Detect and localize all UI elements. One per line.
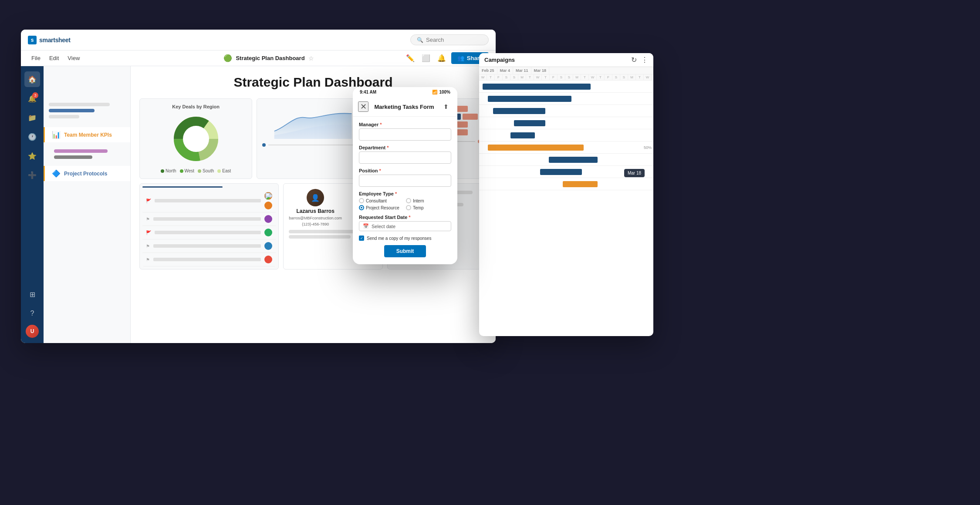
- mobile-form: 9:41 AM 📶 100% ✕ Marketing Tasks Form ⬆ …: [353, 87, 457, 264]
- team-kpis-icon: 📊: [52, 131, 61, 139]
- option-project-resource[interactable]: Project Resource: [359, 205, 404, 210]
- option-intern[interactable]: Intern: [406, 198, 451, 203]
- start-date-label: Requested Start Date *: [359, 215, 451, 220]
- copy-checkbox[interactable]: ✓: [359, 236, 364, 241]
- panel-item-label: Team Member KPIs: [64, 132, 112, 138]
- employee-type-options: Consultant Intern Project Resource Temp: [359, 198, 451, 210]
- project-resource-label: Project Resource: [366, 205, 399, 210]
- date-picker-button[interactable]: 📅 Select date: [359, 221, 451, 231]
- gantt-row-9: [479, 178, 653, 190]
- notify-icon-btn[interactable]: 🔔: [436, 52, 448, 64]
- gantt-row-4: [479, 117, 653, 129]
- gantt-tooltip: Mar 18: [624, 169, 645, 177]
- search-bar[interactable]: 🔍: [410, 34, 489, 45]
- menu-view[interactable]: View: [64, 53, 83, 63]
- employee-type-label: Employee Type *: [359, 191, 451, 196]
- gantt-refresh-icon[interactable]: ↻: [631, 56, 637, 64]
- area-chart-svg: [262, 104, 364, 139]
- gantt-row-3: [479, 105, 653, 117]
- option-temp[interactable]: Temp: [406, 205, 451, 210]
- contact-avatar-1: 👤: [307, 189, 324, 206]
- mobile-status-bar: 9:41 AM 📶 100%: [353, 87, 457, 97]
- gantt-toolbar: ↻ ⋮: [631, 56, 648, 64]
- gantt-header: Campaigns ↻ ⋮: [479, 53, 653, 67]
- sidebar-apps[interactable]: ⊞: [24, 286, 40, 302]
- sidebar-recent[interactable]: 🕐: [24, 129, 40, 145]
- radio-temp[interactable]: [406, 205, 411, 210]
- gantt-row-5: [479, 129, 653, 141]
- donut-title: Key Deals by Region: [145, 104, 247, 109]
- option-consultant[interactable]: Consultant: [359, 198, 404, 203]
- sidebar-home[interactable]: 🏠: [24, 71, 40, 87]
- position-field: Position *: [359, 168, 451, 187]
- contact-email: barros@MBFconstruction.com: [289, 216, 342, 220]
- gantt-overlay: Campaigns ↻ ⋮ Feb 25 Mar 4 Mar 11 Mar 18…: [479, 53, 653, 336]
- submit-btn-wrap: Submit: [359, 245, 451, 259]
- mobile-form-body: Manager * Department * Position * Empl: [353, 117, 457, 264]
- donut-chart: North West South East: [145, 113, 247, 173]
- donut-legend: North West South East: [161, 168, 231, 173]
- gantt-body: 50% Mar 18: [479, 81, 653, 190]
- gantt-date-row: Feb 25 Mar 4 Mar 11 Mar 18: [479, 67, 653, 74]
- panel-item-label-2: Project Protocols: [64, 171, 107, 177]
- donut-svg: [170, 113, 222, 165]
- manager-label: Manager *: [359, 122, 451, 127]
- copy-label: Send me a copy of my responses: [367, 236, 431, 241]
- status-time: 9:41 AM: [360, 90, 376, 94]
- toolbar-right: ✏️ ⬜ 🔔 👥 Share: [404, 52, 489, 64]
- favorite-icon[interactable]: ☆: [308, 55, 314, 62]
- gantt-title: Campaigns: [484, 57, 515, 63]
- notification-badge: 3: [32, 92, 38, 98]
- manager-input[interactable]: [359, 128, 451, 141]
- department-label: Department *: [359, 145, 451, 150]
- logo-icon: s: [28, 36, 37, 44]
- calendar-icon: 📅: [363, 223, 369, 229]
- position-input[interactable]: [359, 175, 451, 187]
- doc-title-area: 🟢 Strategic Plan Dashboard ☆: [223, 54, 314, 62]
- doc-title: Strategic Plan Dashboard: [236, 55, 304, 61]
- menu-file[interactable]: File: [28, 53, 44, 63]
- panel-item-project-protocols[interactable]: 🔷 Project Protocols: [44, 166, 130, 181]
- date-placeholder: Select date: [372, 224, 395, 229]
- sidebar-folders[interactable]: 📁: [24, 110, 40, 125]
- panel-item-team-kpis[interactable]: 📊 Team Member KPIs: [44, 127, 130, 142]
- doc-icon: 🟢: [223, 54, 232, 62]
- donut-card: Key Deals by Region North West: [139, 98, 252, 179]
- mobile-close-button[interactable]: ✕: [358, 101, 368, 112]
- present-icon-btn[interactable]: ⬜: [420, 52, 432, 64]
- mobile-form-header: ✕ Marketing Tasks Form ⬆: [353, 97, 457, 117]
- sidebar-notifications[interactable]: 🔔 3: [24, 91, 40, 106]
- mobile-form-title: Marketing Tasks Form: [368, 104, 440, 110]
- logo-area: s smartsheet: [28, 36, 98, 44]
- area-chart-dots: [262, 143, 364, 147]
- gantt-row-1: [479, 81, 653, 93]
- user-avatar[interactable]: U: [26, 325, 39, 338]
- start-date-field: Requested Start Date * 📅 Select date: [359, 215, 451, 231]
- gantt-day-header: WT FS SM TW TF SS MT WT FS SM TW: [479, 74, 653, 81]
- menu-bar: File Edit View 🟢 Strategic Plan Dashboar…: [21, 50, 496, 66]
- radio-intern[interactable]: [406, 198, 411, 203]
- edit-icon-btn[interactable]: ✏️: [404, 52, 416, 64]
- sidebar-favorites[interactable]: ⭐: [24, 148, 40, 164]
- department-input[interactable]: [359, 152, 451, 164]
- search-input[interactable]: [426, 37, 482, 43]
- contact-phone: (123)-456-7890: [302, 222, 329, 226]
- mobile-share-btn[interactable]: ⬆: [440, 101, 452, 113]
- radio-project-resource[interactable]: [359, 205, 364, 210]
- svg-point-4: [183, 126, 209, 152]
- sidebar-add[interactable]: ➕: [24, 167, 40, 183]
- copy-checkbox-row[interactable]: ✓ Send me a copy of my responses: [359, 236, 451, 241]
- gantt-row-6: 50%: [479, 141, 653, 154]
- gantt-more-icon[interactable]: ⋮: [641, 56, 648, 64]
- position-label: Position *: [359, 168, 451, 173]
- sidebar-help[interactable]: ?: [24, 306, 40, 321]
- radio-consultant[interactable]: [359, 198, 364, 203]
- gantt-row-7: [479, 154, 653, 166]
- search-icon: 🔍: [417, 37, 423, 43]
- top-bar: s smartsheet 🔍: [21, 30, 496, 50]
- manager-required: *: [380, 122, 382, 127]
- department-field: Department *: [359, 145, 451, 164]
- menu-edit[interactable]: Edit: [46, 53, 62, 63]
- battery-text: 100%: [439, 90, 450, 94]
- submit-button[interactable]: Submit: [384, 245, 426, 257]
